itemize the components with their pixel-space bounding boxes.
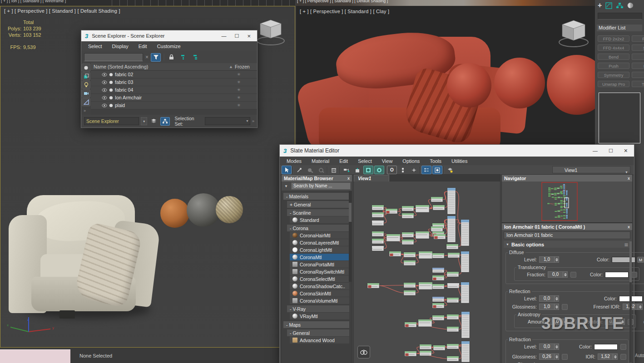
modifier-button[interactable]: Unwrap Pro — [598, 81, 629, 87]
display-objects-icon[interactable] — [82, 64, 90, 72]
selection-set-combo[interactable]: ▼ — [205, 117, 250, 125]
explorer-menu-customize[interactable]: Customize — [153, 42, 185, 50]
material-parameter-editor-icon[interactable] — [421, 166, 431, 174]
map-node[interactable] — [548, 193, 550, 194]
map-node[interactable] — [402, 232, 414, 237]
table-row[interactable]: fabric 02✳ — [91, 71, 257, 78]
map-node[interactable] — [560, 216, 563, 216]
table-row[interactable]: fabric 04✳ — [91, 86, 257, 94]
delete-icon[interactable] — [329, 166, 339, 174]
map-node[interactable] — [432, 253, 444, 258]
explorer-menu-select[interactable]: Select — [84, 42, 106, 50]
modifier-button[interactable]: E — [632, 63, 644, 69]
slate-titlebar[interactable]: 3 Slate Material Editor — ☐ × — [280, 145, 634, 157]
refraction-ior-map-button[interactable] — [620, 354, 626, 360]
map-node[interactable] — [416, 231, 429, 239]
more-filters-chevron[interactable]: » — [84, 108, 86, 113]
modify-tab-icon[interactable] — [605, 2, 613, 10]
map-node[interactable] — [557, 211, 560, 212]
refraction-color-map-button[interactable] — [620, 344, 626, 350]
map-node[interactable] — [434, 234, 446, 239]
map-node[interactable] — [563, 218, 565, 219]
explorer-menu-edit[interactable]: Edit — [134, 42, 151, 50]
map-node[interactable] — [551, 188, 553, 189]
modifier-button[interactable]: Bend — [598, 54, 629, 60]
map-node[interactable] — [447, 272, 459, 277]
material-item[interactable]: CoronaHairMtl — [290, 232, 349, 239]
map-node[interactable] — [404, 283, 416, 288]
map-node[interactable] — [560, 203, 563, 204]
frozen-toggle-icon[interactable]: ✳ — [229, 88, 257, 92]
material-category[interactable]: - Materials — [283, 193, 349, 200]
hierarchy-tab-icon[interactable] — [616, 2, 624, 9]
reflection-glossiness-map-button[interactable] — [562, 304, 568, 310]
refraction-glossiness-spinner[interactable]: 0,26 — [539, 353, 559, 360]
motion-tab-icon[interactable] — [627, 2, 634, 9]
map-node[interactable] — [372, 246, 384, 251]
map-node[interactable] — [431, 226, 443, 231]
material-item[interactable]: CoronaPortalMtl — [290, 261, 349, 268]
map-node[interactable] — [558, 216, 560, 217]
modifier-button[interactable]: Push — [598, 63, 629, 69]
view-selector-dropdown[interactable]: View1▼ — [552, 166, 630, 173]
map-node[interactable] — [557, 193, 560, 194]
diffuse-level-spinner[interactable]: 1,0 — [539, 256, 559, 263]
object-type-icon[interactable] — [109, 88, 113, 92]
material-node[interactable] — [461, 220, 469, 246]
lock-icon[interactable] — [166, 53, 176, 62]
basic-options-rollout[interactable]: ▼ Basic options ▦ — [504, 241, 630, 248]
parameters-header[interactable]: Ion Armchair 01 fabric ( CoronaMtl ) x — [502, 223, 632, 230]
map-node[interactable] — [432, 268, 444, 273]
map-node[interactable] — [554, 194, 556, 195]
map-node[interactable] — [563, 209, 565, 210]
map-node[interactable] — [548, 189, 550, 190]
slate-menu-utilities[interactable]: Utilities — [447, 157, 471, 165]
display-layers-icon[interactable] — [82, 72, 90, 80]
name-column-header[interactable]: Name (Sorted Ascending) — [91, 64, 229, 69]
map-node[interactable] — [548, 191, 550, 191]
refraction-color-swatch[interactable] — [594, 344, 618, 350]
material-item[interactable]: CoronaMtl — [290, 254, 349, 260]
modifier-stack[interactable] — [599, 93, 640, 143]
viewport-label[interactable]: [ + ] [ Perspective ] [ Standard ] [ Cla… — [300, 9, 389, 14]
material-item[interactable]: Standard — [290, 216, 349, 223]
table-row[interactable]: fabric 03✳ — [91, 78, 257, 86]
navigator-header[interactable]: Navigator x — [502, 175, 632, 182]
material-node[interactable] — [566, 209, 568, 214]
explorer-menu-display[interactable]: Display — [108, 42, 133, 50]
map-node[interactable] — [552, 197, 554, 198]
display-cameras-icon[interactable] — [82, 89, 90, 98]
auto-button[interactable]: Auto — [635, 353, 644, 358]
visibility-eye-icon[interactable] — [102, 88, 107, 92]
map-node[interactable] — [560, 201, 563, 202]
show-shaded-icon[interactable] — [374, 166, 384, 174]
material-item[interactable]: CoronaLayeredMtl — [290, 239, 349, 246]
slate-menu-select[interactable]: Select — [354, 157, 376, 165]
close-panel-icon[interactable]: x — [628, 225, 630, 229]
material-category[interactable]: - Scanline — [287, 209, 349, 216]
map-node[interactable] — [551, 193, 554, 195]
map-node[interactable] — [404, 252, 416, 257]
assign-material-icon[interactable] — [305, 166, 315, 174]
slate-menu-view[interactable]: View — [378, 157, 397, 165]
map-node[interactable] — [372, 212, 384, 217]
material-node[interactable] — [563, 184, 565, 190]
minimize-button[interactable]: — — [222, 33, 227, 39]
filter-funnel-icon[interactable] — [151, 53, 161, 62]
navigator-toggle-icon[interactable] — [432, 166, 442, 174]
map-node[interactable] — [548, 187, 550, 188]
object-type-icon[interactable] — [109, 103, 113, 108]
map-node[interactable] — [420, 351, 431, 356]
map-node[interactable] — [372, 231, 384, 236]
map-node[interactable] — [558, 197, 560, 198]
map-node[interactable] — [419, 251, 432, 259]
map-node[interactable] — [563, 212, 565, 213]
map-node[interactable] — [563, 195, 565, 196]
close-panel-icon[interactable]: x — [628, 176, 630, 181]
modifier-button[interactable] — [632, 72, 644, 78]
maximize-button[interactable]: ☐ — [609, 148, 613, 154]
modifier-button[interactable]: FFD 2x2x2 — [598, 35, 629, 42]
material-item[interactable]: CoronaSelectMtl — [290, 275, 349, 282]
material-node[interactable] — [461, 282, 469, 303]
frozen-toggle-icon[interactable]: ✳ — [229, 72, 257, 77]
